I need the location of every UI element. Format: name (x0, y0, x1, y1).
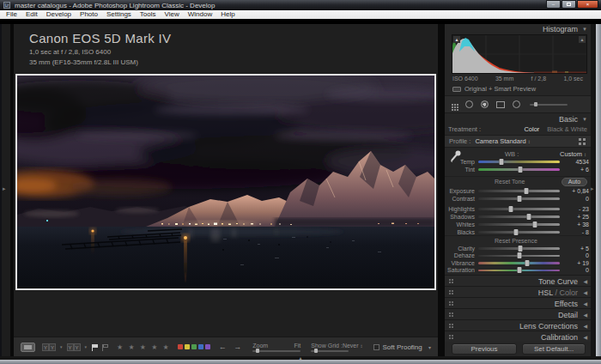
treatment-color-option[interactable]: Color (524, 125, 539, 133)
slider-thumb[interactable] (509, 206, 513, 212)
color-label-chip[interactable] (205, 344, 210, 349)
minimize-button[interactable]: – (546, 0, 561, 9)
solo-mode-icon[interactable] (449, 324, 451, 325)
slider-track[interactable] (478, 215, 560, 218)
panel-hsl[interactable]: HSL / Color◀ (445, 286, 591, 297)
before-after-dropdown2-icon[interactable]: ▾ (85, 344, 88, 349)
grid-value[interactable]: Never ↕ (343, 343, 363, 349)
slider-track[interactable] (478, 270, 560, 272)
adjustment-brush-slider[interactable] (530, 104, 568, 106)
grid-size-slider[interactable] (311, 350, 349, 352)
fit-label[interactable]: Fit (294, 343, 301, 349)
expand-left-panel-icon[interactable]: ▸ (3, 185, 6, 192)
slider-thumb[interactable] (513, 229, 518, 235)
maximize-button[interactable] (562, 0, 576, 9)
before-after-dropdown-icon[interactable]: ▾ (60, 344, 63, 349)
star-rating[interactable]: ★ ★ ★ ★ ★ (117, 343, 171, 351)
menu-file[interactable]: File (2, 10, 21, 19)
reset-tone-label[interactable]: Reset Tone (495, 179, 525, 185)
set-default-button[interactable]: Set Default... (522, 343, 586, 355)
slider-thumb[interactable] (517, 267, 521, 273)
menu-settings[interactable]: Settings (102, 10, 136, 19)
expand-arrow-icon[interactable]: ◀ (583, 300, 587, 306)
expand-arrow-icon[interactable]: ◀ (583, 278, 587, 284)
close-button[interactable]: × (577, 0, 598, 9)
zoom-slider[interactable] (252, 350, 300, 352)
expand-arrow-icon[interactable]: ◀ (583, 289, 587, 295)
wb-select[interactable]: Custom ↕ (560, 150, 586, 158)
slider-thumb[interactable] (532, 221, 537, 228)
loupe-view-icon[interactable] (21, 343, 35, 352)
before-after-lr-button[interactable]: YY (42, 343, 56, 351)
auto-button[interactable]: Auto (562, 178, 587, 186)
menu-photo[interactable]: Photo (76, 10, 102, 19)
crop-overlay-icon[interactable] (452, 104, 453, 106)
slider-track[interactable] (478, 161, 560, 163)
slider-track[interactable] (478, 247, 560, 250)
solo-mode-icon[interactable] (449, 279, 451, 281)
flag-pick-icon[interactable] (91, 343, 99, 351)
slider-thumb[interactable] (525, 188, 529, 194)
basic-header[interactable]: Basic ▼ (445, 112, 591, 123)
toolbar-options-icon[interactable]: ▾ (428, 344, 431, 350)
color-label-chip[interactable] (198, 344, 203, 349)
slider-track[interactable] (478, 231, 560, 234)
slider-track[interactable] (478, 190, 560, 192)
soft-proofing-checkbox[interactable] (373, 344, 379, 350)
color-labels[interactable] (178, 344, 210, 349)
expand-arrow-icon[interactable]: ◀ (583, 312, 587, 318)
red-eye-icon[interactable] (481, 100, 489, 108)
collapse-arrow-icon[interactable]: ▼ (582, 117, 587, 122)
graduated-filter-icon[interactable] (496, 101, 505, 108)
slider-track[interactable] (478, 168, 560, 171)
solo-mode-icon[interactable] (449, 301, 451, 303)
slider-thumb[interactable] (519, 246, 523, 252)
slider-track[interactable] (478, 208, 560, 210)
slider-track[interactable] (478, 223, 560, 226)
panel-effects[interactable]: Effects◀ (445, 297, 591, 308)
slider-track[interactable] (478, 255, 560, 258)
slider-track[interactable] (478, 197, 560, 200)
slider-thumb[interactable] (526, 214, 531, 220)
color-label-chip[interactable] (191, 344, 197, 349)
slider-thumb[interactable] (525, 260, 530, 266)
slider-track[interactable] (478, 262, 560, 264)
panel-calibration[interactable]: Calibration◀ (445, 331, 591, 342)
menu-window[interactable]: Window (184, 10, 216, 19)
panel-tone-curve[interactable]: Tone Curve◀ (445, 275, 591, 286)
collapse-right-panel-icon[interactable]: ▸ (591, 185, 594, 192)
slider-thumb[interactable] (517, 196, 521, 202)
highlight-clipping-icon[interactable]: ▲ (579, 36, 586, 43)
color-label-chip[interactable] (178, 344, 183, 349)
left-panel-collapsed[interactable]: ▸ (2, 24, 10, 360)
menu-help[interactable]: Help (216, 10, 239, 19)
solo-mode-icon[interactable] (449, 290, 451, 292)
menu-edit[interactable]: Edit (21, 10, 42, 19)
reset-presence-label[interactable]: Reset Presence (495, 238, 537, 244)
slider-thumb[interactable] (499, 159, 503, 165)
expand-arrow-icon[interactable]: ◀ (583, 334, 587, 340)
menu-view[interactable]: View (161, 10, 184, 19)
before-after-tb-button[interactable]: YY (67, 343, 81, 351)
slider-thumb[interactable] (517, 252, 521, 258)
photo-canvas[interactable] (15, 74, 436, 290)
menu-tools[interactable]: Tools (136, 10, 161, 19)
shadow-clipping-icon[interactable]: ▲ (453, 36, 460, 43)
slider-thumb[interactable] (519, 167, 523, 173)
menu-develop[interactable]: Develop (42, 10, 76, 19)
treatment-bw-option[interactable]: Black & White (547, 125, 587, 133)
solo-mode-icon[interactable] (449, 312, 451, 314)
soft-proofing-control[interactable]: Soft Proofing (373, 343, 422, 351)
expand-arrow-icon[interactable]: ◀ (583, 323, 587, 329)
profile-select[interactable]: Camera Standard ↕ (475, 137, 530, 145)
histogram-header[interactable]: Histogram ▼ (445, 24, 591, 34)
panel-detail[interactable]: Detail◀ (445, 308, 591, 319)
solo-mode-icon[interactable] (449, 335, 451, 337)
histogram-chart[interactable]: ▲ ▲ (452, 34, 587, 74)
flag-reject-icon[interactable] (101, 343, 109, 351)
previous-button[interactable]: Previous (452, 343, 517, 355)
color-label-chip[interactable] (185, 344, 190, 349)
spot-removal-icon[interactable] (465, 100, 473, 108)
profile-browser-icon[interactable] (579, 138, 581, 141)
panel-lens-corrections[interactable]: Lens Corrections◀ (445, 319, 591, 331)
